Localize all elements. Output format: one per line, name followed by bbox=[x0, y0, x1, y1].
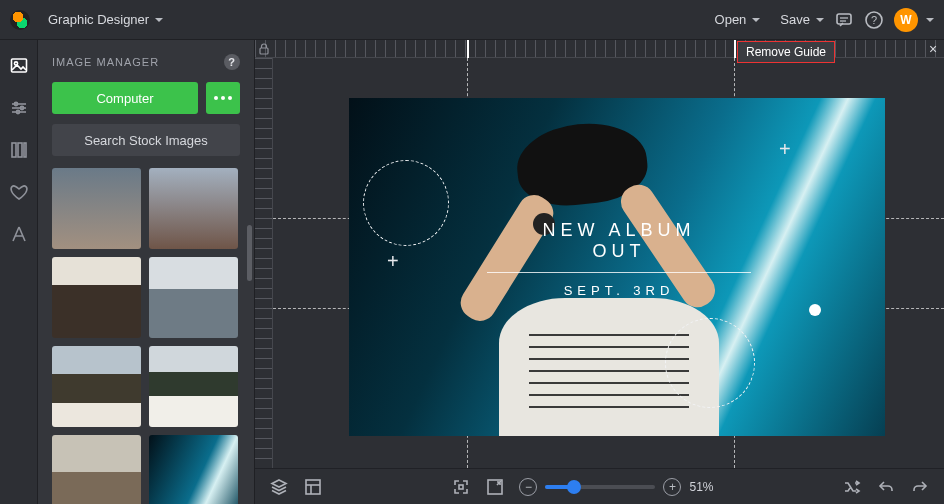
left-tool-strip bbox=[0, 40, 38, 504]
avatar-initial: W bbox=[900, 13, 911, 27]
svg-rect-5 bbox=[11, 59, 26, 72]
image-manager-panel: IMAGE MANAGER ? Computer Search Stock Im… bbox=[38, 40, 255, 504]
thumb-item[interactable] bbox=[52, 257, 141, 338]
user-menu-chevron-icon[interactable] bbox=[924, 12, 934, 27]
user-avatar[interactable]: W bbox=[894, 8, 918, 32]
zoom-slider[interactable] bbox=[545, 485, 655, 489]
svg-rect-14 bbox=[18, 143, 22, 157]
thumb-item[interactable] bbox=[52, 168, 141, 249]
section-name-label: Graphic Designer bbox=[48, 12, 149, 27]
panel-help-icon[interactable]: ? bbox=[224, 54, 240, 70]
search-stock-button[interactable]: Search Stock Images bbox=[52, 124, 240, 156]
text-line2: OUT bbox=[593, 241, 646, 261]
svg-text:?: ? bbox=[871, 14, 877, 26]
zoom-slider-thumb[interactable] bbox=[567, 480, 581, 494]
ruler-horizontal[interactable]: × Remove Guide bbox=[255, 40, 944, 58]
tool-adjust[interactable] bbox=[9, 98, 29, 118]
bottom-bar: − + 51% bbox=[255, 468, 944, 504]
shuffle-icon[interactable] bbox=[842, 477, 862, 497]
text-line1: NEW ALBUM bbox=[542, 220, 695, 240]
zoom-slider-fill bbox=[545, 485, 569, 489]
help-icon[interactable]: ? bbox=[864, 10, 884, 30]
stock-label: Search Stock Images bbox=[84, 133, 208, 148]
thumb-item[interactable] bbox=[149, 346, 238, 427]
zoom-controls: − + 51% bbox=[519, 478, 713, 496]
topbar-right: ? W bbox=[834, 8, 934, 32]
upload-row: Computer bbox=[52, 82, 240, 114]
tool-heart[interactable] bbox=[9, 182, 29, 202]
ruler-guide-marker[interactable] bbox=[467, 40, 469, 58]
remove-guide-menu[interactable]: Remove Guide bbox=[737, 41, 835, 63]
thumb-item[interactable] bbox=[52, 346, 141, 427]
thumb-item[interactable] bbox=[149, 168, 238, 249]
ruler-vertical[interactable] bbox=[255, 58, 273, 468]
save-label: Save bbox=[780, 12, 810, 27]
fit-screen-icon[interactable] bbox=[451, 477, 471, 497]
panel-title: IMAGE MANAGER bbox=[52, 56, 159, 68]
open-label: Open bbox=[715, 12, 747, 27]
canvas-area: × Remove Guide bbox=[255, 40, 944, 504]
decoration-dot bbox=[809, 304, 821, 316]
chat-icon[interactable] bbox=[834, 10, 854, 30]
upload-more-button[interactable] bbox=[206, 82, 240, 114]
panel-header: IMAGE MANAGER ? bbox=[38, 40, 254, 82]
tool-layout[interactable] bbox=[9, 140, 29, 160]
save-menu[interactable]: Save bbox=[770, 6, 834, 33]
top-app-bar: Graphic Designer Open Save ? W bbox=[0, 0, 944, 40]
svg-rect-20 bbox=[459, 485, 463, 489]
thumb-item[interactable] bbox=[149, 435, 238, 504]
tool-image[interactable] bbox=[9, 56, 29, 76]
dots-icon bbox=[214, 96, 232, 100]
canvas-stage[interactable]: + + NEW ALBUM OUT SEPT. 3RD bbox=[273, 58, 944, 468]
canvas-layout-icon[interactable] bbox=[303, 477, 323, 497]
panel-body: Computer Search Stock Images bbox=[38, 82, 254, 504]
panel-scrollbar[interactable] bbox=[247, 225, 252, 281]
main-layout: IMAGE MANAGER ? Computer Search Stock Im… bbox=[0, 40, 944, 504]
zoom-out-button[interactable]: − bbox=[519, 478, 537, 496]
plus-icon: + bbox=[779, 138, 791, 161]
upload-label: Computer bbox=[96, 91, 153, 106]
remove-guide-label: Remove Guide bbox=[746, 45, 826, 59]
svg-rect-17 bbox=[306, 480, 320, 494]
svg-rect-0 bbox=[837, 14, 851, 24]
app-logo bbox=[10, 10, 30, 30]
svg-rect-16 bbox=[260, 48, 268, 54]
lock-icon bbox=[257, 42, 271, 56]
plus-icon: + bbox=[387, 250, 399, 273]
thumb-item[interactable] bbox=[149, 257, 238, 338]
redo-icon[interactable] bbox=[910, 477, 930, 497]
decoration-circle bbox=[665, 318, 755, 408]
thumb-item[interactable] bbox=[52, 435, 141, 504]
svg-rect-13 bbox=[12, 143, 16, 157]
layers-icon[interactable] bbox=[269, 477, 289, 497]
open-menu[interactable]: Open bbox=[705, 6, 771, 33]
zoom-percentage: 51% bbox=[689, 480, 713, 494]
upload-computer-button[interactable]: Computer bbox=[52, 82, 198, 114]
thumbnail-grid bbox=[52, 168, 240, 504]
tool-text[interactable] bbox=[9, 224, 29, 244]
canvas-text-block[interactable]: NEW ALBUM OUT SEPT. 3RD bbox=[487, 220, 751, 298]
close-ruler-icon[interactable]: × bbox=[926, 42, 940, 56]
text-sub: SEPT. 3RD bbox=[487, 283, 751, 298]
artboard[interactable]: + + NEW ALBUM OUT SEPT. 3RD bbox=[349, 98, 885, 436]
mode-dropdown[interactable]: Graphic Designer bbox=[38, 6, 173, 33]
decoration-circle bbox=[363, 160, 449, 246]
ruler-guide-marker[interactable] bbox=[734, 40, 736, 58]
zoom-in-button[interactable]: + bbox=[663, 478, 681, 496]
fullscreen-icon[interactable] bbox=[485, 477, 505, 497]
undo-icon[interactable] bbox=[876, 477, 896, 497]
svg-rect-15 bbox=[24, 143, 26, 157]
workspace: + + NEW ALBUM OUT SEPT. 3RD bbox=[255, 58, 944, 468]
